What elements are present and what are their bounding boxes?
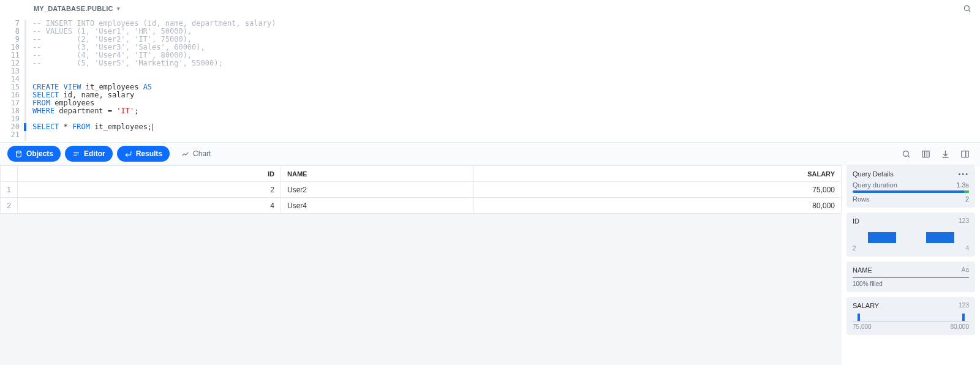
cell-id[interactable]: 4 (18, 198, 281, 214)
rows-label: Rows (853, 195, 870, 203)
results-toolbar: Objects Editor Results Chart (0, 142, 980, 165)
svg-point-2 (17, 151, 21, 152)
table-row[interactable]: 24User480,000 (1, 198, 842, 214)
objects-button-label: Objects (26, 149, 53, 158)
table-row[interactable]: 12User275,000 (1, 182, 842, 198)
svg-rect-8 (922, 151, 929, 157)
name-card-title: NAME (853, 266, 872, 274)
cell-id[interactable]: 2 (18, 182, 281, 198)
query-details-panel: Query Details ••• Query duration 1.3s Ro… (846, 165, 975, 360)
topbar: MY_DATABASE.PUBLIC ▾ (0, 0, 980, 17)
row-number: 1 (1, 182, 18, 198)
cell-name[interactable]: User2 (281, 182, 474, 198)
svg-rect-12 (961, 151, 968, 157)
cell-salary[interactable]: 75,000 (474, 182, 842, 198)
name-fill-text: 100% filled (853, 280, 969, 287)
search-icon[interactable] (963, 4, 971, 13)
row-number: 2 (1, 198, 18, 214)
column-header-salary[interactable]: SALARY (474, 166, 842, 182)
duration-label: Query duration (853, 181, 897, 189)
svg-line-7 (908, 156, 910, 157)
numeric-type-icon: 123 (959, 302, 969, 309)
column-header-name[interactable]: NAME (281, 166, 474, 182)
salary-tick-max: 80,000 (950, 323, 969, 330)
chevron-down-icon: ▾ (117, 6, 120, 12)
svg-point-0 (964, 6, 969, 10)
histogram-bar (868, 232, 896, 243)
results-area: ID NAME SALARY 12User275,00024User480,00… (0, 165, 842, 365)
id-card-title: ID (853, 217, 859, 225)
salary-card-title: SALARY (853, 302, 879, 309)
id-stats-card[interactable]: ID 123 2 4 (846, 213, 975, 257)
numeric-type-icon: 123 (959, 217, 969, 225)
editor-button-label: Editor (84, 149, 105, 158)
table-header-row: ID NAME SALARY (1, 166, 842, 182)
column-header-id[interactable]: ID (18, 166, 281, 182)
id-histogram (853, 228, 969, 243)
row-number-header (1, 166, 18, 182)
more-icon[interactable]: ••• (958, 170, 969, 178)
objects-button[interactable]: Objects (7, 146, 61, 162)
panel-toggle-icon[interactable] (957, 146, 973, 162)
query-details-title: Query Details (853, 170, 894, 178)
sql-editor[interactable]: 789101112131415161718192021 -- INSERT IN… (0, 20, 980, 141)
duration-value: 1.3s (956, 181, 969, 189)
search-icon[interactable] (898, 146, 914, 162)
download-icon[interactable] (937, 146, 953, 162)
cell-name[interactable]: User4 (281, 198, 474, 214)
query-details-card: Query Details ••• Query duration 1.3s Ro… (846, 165, 975, 208)
text-type-icon: Aa (962, 266, 969, 274)
fill-bar (853, 277, 969, 278)
chart-button[interactable]: Chart (174, 146, 218, 162)
editor-button[interactable]: Editor (65, 146, 113, 162)
id-tick-max: 4 (965, 245, 969, 252)
id-tick-min: 2 (853, 245, 856, 252)
svg-point-6 (903, 151, 908, 156)
name-stats-card[interactable]: NAME Aa 100% filled (846, 262, 975, 292)
rows-value: 2 (965, 195, 969, 203)
chart-button-label: Chart (193, 149, 211, 158)
columns-icon[interactable] (918, 146, 933, 162)
results-button[interactable]: Results (117, 146, 170, 162)
editor-gutter: 789101112131415161718192021 (0, 20, 24, 141)
results-button-label: Results (136, 149, 162, 158)
svg-line-1 (969, 10, 971, 12)
histogram-bar (926, 232, 954, 243)
database-selector-label: MY_DATABASE.PUBLIC (34, 5, 113, 12)
salary-range (853, 314, 969, 322)
database-selector[interactable]: MY_DATABASE.PUBLIC ▾ (34, 5, 120, 12)
editor-code[interactable]: -- INSERT INTO employees (id, name, depa… (24, 20, 980, 141)
salary-stats-card[interactable]: SALARY 123 75,000 80,000 (846, 297, 975, 335)
results-table[interactable]: ID NAME SALARY 12User275,00024User480,00… (0, 165, 842, 214)
cell-salary[interactable]: 80,000 (474, 198, 842, 214)
duration-bar (853, 190, 969, 193)
salary-tick-min: 75,000 (853, 323, 872, 330)
